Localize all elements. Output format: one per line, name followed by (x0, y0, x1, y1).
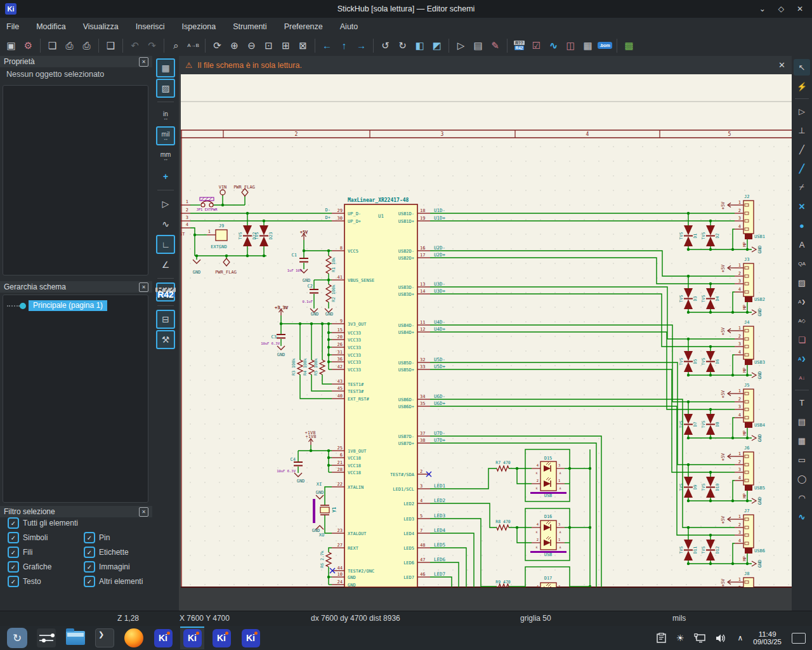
sch-text[interactable]: LED1/SCL (393, 487, 414, 492)
sch-label[interactable]: C3 (272, 335, 277, 340)
sch-text[interactable]: +5V (721, 453, 726, 461)
sch-text[interactable]: 11 (420, 320, 425, 325)
toolbar-button-page-settings[interactable]: ❏ (44, 37, 61, 54)
sch-text[interactable]: 30 (337, 216, 343, 221)
sch-text[interactable]: USB7D+ (398, 441, 414, 446)
sch-text[interactable]: 21 (337, 460, 343, 465)
left-tool-hierarchy-navigator[interactable]: ⊟ (156, 310, 175, 329)
junction-dot[interactable] (687, 401, 690, 403)
junction-dot[interactable] (327, 338, 330, 341)
sch-text[interactable]: R7 470 (495, 460, 511, 465)
sch-text[interactable]: J3 (744, 257, 749, 262)
sch-text[interactable]: K (536, 487, 538, 490)
sch-text[interactable]: 32 (420, 357, 425, 362)
checkbox-checked-icon[interactable]: ✓ (84, 561, 95, 573)
volume-icon[interactable] (716, 633, 727, 643)
sch-text[interactable]: GND (757, 560, 763, 568)
sch-text[interactable]: GND (757, 434, 763, 442)
junction-dot[interactable] (746, 311, 749, 314)
sch-text[interactable]: A (560, 531, 561, 534)
sch-label[interactable]: J9 (219, 223, 224, 229)
right-tool-place-symbol[interactable]: ▷ (794, 103, 810, 119)
sch-text[interactable]: 3V3_OUT (348, 322, 367, 327)
sch-text[interactable]: +5V (721, 390, 726, 398)
right-tool-hierarchical-sheet[interactable]: ❏ (794, 331, 810, 348)
toolbar-button-edit-footprints[interactable]: ✎ (487, 37, 504, 54)
junction-dot[interactable] (687, 562, 690, 565)
window-shade-icon[interactable]: ⌄ (759, 4, 766, 13)
sheet-ruler-number[interactable]: 3 (441, 131, 444, 137)
junction-dot[interactable] (589, 467, 591, 470)
menu-modifica[interactable]: Modifica (36, 22, 66, 31)
sch-text[interactable]: TVS (701, 232, 706, 240)
sch-text[interactable]: 3 (558, 522, 560, 526)
junction-dot[interactable] (746, 374, 749, 376)
sch-text[interactable]: TVS (679, 484, 684, 491)
sch-text[interactable]: USB5D+ (398, 368, 414, 373)
junction-dot[interactable] (568, 526, 571, 529)
sch-text[interactable]: 2 (537, 479, 539, 482)
net-label[interactable]: LED7 (434, 571, 445, 577)
junction-dot[interactable] (746, 562, 749, 565)
warning-close-icon[interactable]: ✕ (778, 60, 785, 70)
schematic-drawing[interactable]: 2345MaxLinear_XR22417-48U129UP_D-30UP_D+… (179, 74, 792, 611)
toolbar-button-rotate-ccw[interactable]: ↺ (377, 37, 394, 54)
sch-text[interactable]: A (560, 546, 561, 549)
sch-text[interactable]: 4 (420, 498, 422, 503)
sch-text[interactable]: 13 (420, 282, 425, 287)
sch-label[interactable]: GND (277, 352, 285, 357)
sch-text[interactable]: UP_D+ (348, 219, 361, 224)
sch-text[interactable]: 38 (420, 438, 425, 443)
right-tool-net-label[interactable]: A (794, 236, 810, 253)
sch-text[interactable]: 35 (420, 401, 425, 406)
sch-text[interactable]: REXT (348, 546, 359, 551)
net-label[interactable]: LED3 (434, 513, 445, 519)
junction-dot[interactable] (709, 534, 712, 536)
sch-label[interactable]: D- (325, 208, 331, 213)
net-label[interactable]: U5D- (434, 357, 445, 362)
sch-text[interactable]: MP (742, 242, 747, 247)
toolbar-button-symbol-fields-table[interactable]: ▦ (579, 37, 596, 54)
junction-dot[interactable] (687, 275, 690, 277)
net-label[interactable]: U6D+ (434, 401, 446, 406)
sch-text[interactable]: R8 470 (495, 519, 511, 524)
junction-dot[interactable] (327, 322, 330, 325)
crystal-shield[interactable] (313, 499, 315, 523)
hierarchy-close-icon[interactable]: ✕ (139, 282, 148, 292)
sch-text[interactable]: J5 (744, 383, 749, 388)
sch-label[interactable]: GND (193, 270, 201, 275)
sch-label[interactable]: EXTGND (211, 244, 226, 249)
sch-text[interactable]: 45 (337, 386, 343, 391)
sch-text[interactable]: 16 (420, 246, 425, 251)
left-tool-properties-panel[interactable]: ⚒ (156, 330, 175, 349)
checkbox-checked-icon[interactable]: ✓ (84, 532, 95, 543)
sch-label[interactable]: PWR_FLAG (215, 270, 237, 275)
junction-dot[interactable] (746, 500, 749, 502)
sch-text[interactable]: 47 (420, 557, 425, 562)
sch-text[interactable]: GND (757, 497, 763, 505)
junction-dot[interactable] (310, 449, 312, 452)
junction-dot[interactable] (709, 437, 712, 439)
junction-dot[interactable] (327, 456, 330, 459)
sch-label[interactable]: +3.3V (275, 305, 289, 310)
filter-immagini[interactable]: ✓Immagini (84, 561, 152, 573)
right-tool-net-class-directive[interactable]: QA (794, 255, 810, 272)
sch-text[interactable]: TVS (254, 232, 259, 240)
junction-dot[interactable] (687, 463, 690, 466)
sch-text[interactable]: USB1D+ (398, 219, 414, 224)
sch-label[interactable]: 10uF 6.3V (277, 469, 296, 473)
sch-text[interactable]: 23 (337, 528, 343, 533)
sch-text[interactable]: VBUS_SENSE (348, 278, 374, 283)
sch-text[interactable]: 10 (337, 572, 343, 577)
sch-text[interactable]: J6 (744, 446, 749, 451)
clipboard-icon[interactable] (657, 633, 666, 643)
toolbar-button-bom[interactable]: .bom (596, 37, 613, 54)
sch-text[interactable]: +5V (721, 578, 726, 587)
left-tool-cursor-full[interactable]: + (156, 167, 175, 186)
left-tool-units-mm[interactable]: mm↔ (156, 147, 175, 166)
right-tool-no-connect[interactable]: ✕ (794, 198, 810, 215)
sch-label[interactable]: XI (317, 482, 322, 487)
connector-mp-pad[interactable] (745, 485, 752, 491)
junction-dot[interactable] (221, 204, 224, 206)
junction-dot[interactable] (327, 279, 330, 281)
